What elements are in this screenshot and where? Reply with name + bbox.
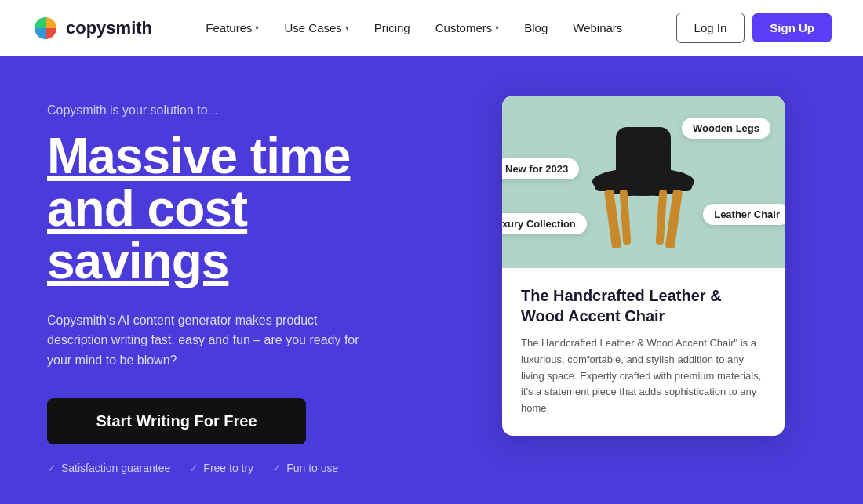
- login-button[interactable]: Log In: [676, 13, 745, 43]
- logo-text: copysmith: [66, 18, 152, 38]
- tag-wooden-legs: Wooden Legs: [682, 118, 770, 139]
- nav-webinars[interactable]: Webinars: [573, 21, 622, 34]
- hero-left: Copysmith is your solution to... Massive…: [0, 56, 424, 504]
- hero-solution-text: Copysmith is your solution to...: [47, 103, 384, 118]
- headline-line1: Massive time: [47, 130, 384, 183]
- trust-badge-1: ✓ Satisfaction guarantee: [47, 462, 170, 474]
- nav-actions: Log In Sign Up: [676, 13, 832, 43]
- svg-rect-6: [665, 190, 683, 249]
- chevron-down-icon: ▾: [495, 24, 499, 32]
- card-body: The Handcrafted Leather & Wood Accent Ch…: [502, 268, 785, 436]
- card-image-area: Wooden Legs New for 2023 Luxury Collecti…: [502, 96, 785, 268]
- svg-rect-2: [616, 127, 671, 182]
- hero-subtext: Copysmith's AI content generator makes p…: [47, 310, 377, 371]
- chevron-down-icon: ▾: [345, 24, 349, 32]
- navbar: copysmith Features ▾ Use Cases ▾ Pricing…: [0, 0, 863, 56]
- trust-badge-2: ✓ Free to try: [189, 462, 253, 474]
- card-description: The Handcrafted Leather & Wood Accent Ch…: [521, 335, 766, 417]
- nav-use-cases[interactable]: Use Cases ▾: [284, 21, 348, 34]
- nav-features[interactable]: Features ▾: [206, 21, 259, 34]
- logo-icon: [31, 14, 60, 42]
- trust-badge-3: ✓ Fun to use: [272, 462, 338, 474]
- check-icon: ✓: [47, 462, 56, 474]
- hero-right: Wooden Legs New for 2023 Luxury Collecti…: [424, 56, 863, 504]
- signup-button[interactable]: Sign Up: [752, 13, 832, 42]
- tag-leather-chair: Leather Chair: [703, 204, 785, 225]
- headline-line2: and cost savings: [47, 183, 384, 288]
- check-icon: ✓: [272, 462, 282, 474]
- tag-new-2023: New for 2023: [502, 158, 579, 179]
- nav-customers[interactable]: Customers ▾: [435, 21, 500, 34]
- trust-badges: ✓ Satisfaction guarantee ✓ Free to try ✓…: [47, 462, 384, 474]
- nav-blog[interactable]: Blog: [524, 21, 548, 34]
- logo[interactable]: copysmith: [31, 14, 152, 42]
- svg-rect-8: [656, 190, 668, 245]
- check-icon: ✓: [189, 462, 198, 474]
- cta-button[interactable]: Start Writing For Free: [47, 398, 306, 444]
- product-card: Wooden Legs New for 2023 Luxury Collecti…: [502, 96, 785, 436]
- tag-luxury-collection: Luxury Collection: [502, 213, 587, 234]
- hero-headline: Massive time and cost savings: [47, 130, 384, 288]
- nav-links: Features ▾ Use Cases ▾ Pricing Customers…: [206, 21, 622, 34]
- chevron-down-icon: ▾: [255, 24, 259, 32]
- svg-rect-5: [604, 190, 621, 249]
- hero-section: Copysmith is your solution to... Massive…: [0, 56, 863, 504]
- svg-rect-7: [620, 190, 632, 245]
- card-title: The Handcrafted Leather & Wood Accent Ch…: [521, 285, 766, 326]
- nav-pricing[interactable]: Pricing: [374, 21, 410, 34]
